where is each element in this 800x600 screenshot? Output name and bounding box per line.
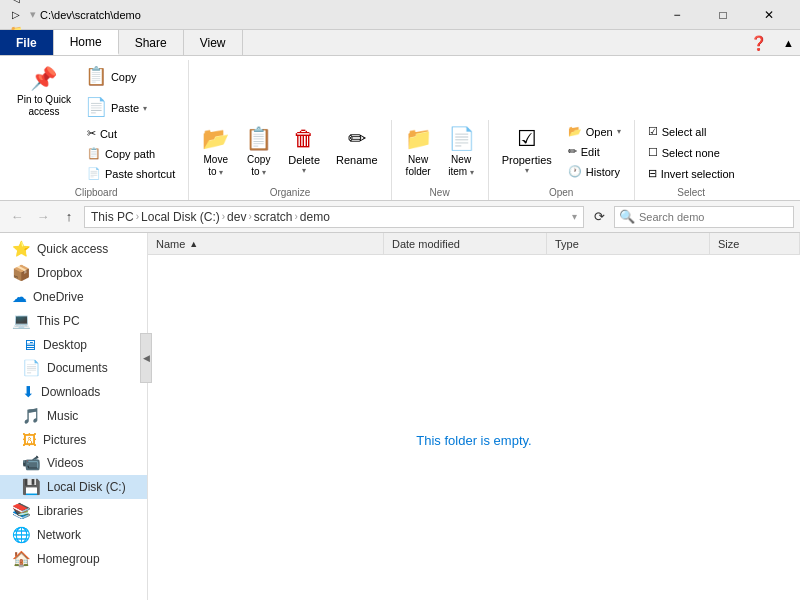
paste-button[interactable]: 📄 Paste ▾	[80, 93, 182, 123]
paste-shortcut-button[interactable]: 📄 Paste shortcut	[80, 164, 182, 183]
titlebar-controls: − □ ✕	[654, 0, 792, 30]
tab-share[interactable]: Share	[119, 30, 184, 55]
col-type-label: Type	[555, 238, 579, 250]
open-secondary: 📂 Open ▾ ✏ Edit 🕐 History	[561, 122, 628, 181]
cut-button[interactable]: ✂ Cut	[80, 124, 182, 143]
sidebar-item-label-libraries: Libraries	[37, 504, 139, 518]
sidebar-item-desktop[interactable]: 🖥 Desktop	[0, 333, 147, 356]
ribbon-collapse-button[interactable]: ▲	[777, 30, 800, 55]
scissors-icon: ✂	[87, 127, 96, 140]
back-button[interactable]: ←	[6, 206, 28, 228]
select-none-button[interactable]: ☐ Select none	[641, 143, 742, 162]
delete-label: Delete	[288, 154, 320, 166]
move-icon: 📂	[202, 126, 229, 152]
close-button[interactable]: ✕	[746, 0, 792, 30]
forward-button[interactable]: →	[32, 206, 54, 228]
new-folder-button[interactable]: 📁 Newfolder	[398, 122, 439, 182]
edit-icon: ✏	[568, 145, 577, 158]
titlebar: ◁ ▷ 📁 ▾ C:\dev\scratch\demo − □ ✕	[0, 0, 800, 30]
rename-label: Rename	[336, 154, 378, 166]
sidebar-item-label-downloads: Downloads	[41, 385, 139, 399]
new-folder-icon: 📁	[405, 126, 432, 152]
col-header-size[interactable]: Size	[710, 233, 800, 254]
breadcrumb[interactable]: This PC › Local Disk (C:) › dev › scratc…	[84, 206, 584, 228]
breadcrumb-part-demo[interactable]: demo	[300, 210, 330, 224]
sort-icon: ▲	[189, 239, 198, 249]
tab-home[interactable]: Home	[54, 30, 119, 55]
minimize-button[interactable]: −	[654, 0, 700, 30]
clipboard-secondary: 📋 Copy 📄 Paste ▾ ✂ Cut 📋 Copy path	[80, 62, 182, 183]
sidebar-item-quick-access[interactable]: ⭐ Quick access	[0, 237, 147, 261]
edit-button[interactable]: ✏ Edit	[561, 142, 628, 161]
invert-selection-button[interactable]: ⊟ Invert selection	[641, 164, 742, 183]
up-button[interactable]: ↑	[58, 206, 80, 228]
select-none-icon: ☐	[648, 146, 658, 159]
breadcrumb-part-thispc[interactable]: This PC	[91, 210, 134, 224]
col-header-name[interactable]: Name ▲	[148, 233, 384, 254]
new-item-button[interactable]: 📄 Newitem ▾	[441, 122, 482, 182]
sidebar-item-dropbox[interactable]: 📦 Dropbox	[0, 261, 147, 285]
pin-icon: 📌	[30, 66, 57, 92]
file-list: Name ▲ Date modified Type Size This fold…	[148, 233, 800, 600]
organize-label: Organize	[270, 183, 311, 200]
ribbon: 📌 Pin to Quickaccess 📋 Copy 📄 Paste ▾ ✂	[0, 56, 800, 201]
search-box[interactable]: 🔍	[614, 206, 794, 228]
pin-to-quick-access-button[interactable]: 📌 Pin to Quickaccess	[10, 62, 78, 122]
nav-forward-icon[interactable]: ▷	[8, 7, 24, 23]
sidebar-item-downloads[interactable]: ⬇ Downloads	[0, 380, 147, 404]
col-header-type[interactable]: Type	[547, 233, 710, 254]
desktop-icon: 🖥	[22, 336, 37, 353]
paste-icon: 📄	[85, 96, 107, 118]
edit-label: Edit	[581, 146, 600, 158]
history-button[interactable]: 🕐 History	[561, 162, 628, 181]
copy-button[interactable]: 📋 Copy	[80, 62, 182, 92]
sidebar-item-pictures[interactable]: 🖼 Pictures	[0, 428, 147, 451]
tab-file[interactable]: File	[0, 30, 54, 55]
sidebar-item-onedrive[interactable]: ☁ OneDrive	[0, 285, 147, 309]
breadcrumb-dropdown[interactable]: ▾	[572, 211, 577, 222]
sidebar-item-libraries[interactable]: 📚 Libraries	[0, 499, 147, 523]
history-label: History	[586, 166, 620, 178]
maximize-button[interactable]: □	[700, 0, 746, 30]
select-all-button[interactable]: ☑ Select all	[641, 122, 742, 141]
sidebar-item-label-videos: Videos	[47, 456, 139, 470]
documents-icon: 📄	[22, 359, 41, 377]
copy-path-icon: 📋	[87, 147, 101, 160]
new-buttons: 📁 Newfolder 📄 Newitem ▾	[398, 122, 482, 182]
quick-access-icon: ⭐	[12, 240, 31, 258]
delete-icon: 🗑	[293, 126, 315, 152]
empty-message: This folder is empty.	[416, 433, 531, 448]
sidebar-collapse-button[interactable]: ◀	[140, 333, 152, 383]
copy-path-button[interactable]: 📋 Copy path	[80, 144, 182, 163]
delete-button[interactable]: 🗑 Delete ▾	[281, 122, 327, 179]
sidebar-item-homegroup[interactable]: 🏠 Homegroup	[0, 547, 147, 571]
search-input[interactable]	[639, 211, 789, 223]
sidebar-item-music[interactable]: 🎵 Music	[0, 404, 147, 428]
breadcrumb-part-dev[interactable]: dev	[227, 210, 246, 224]
open-button[interactable]: 📂 Open ▾	[561, 122, 628, 141]
sidebar-item-local-disk[interactable]: 💾 Local Disk (C:)	[0, 475, 147, 499]
sidebar-item-label-local-disk: Local Disk (C:)	[47, 480, 139, 494]
breadcrumb-part-scratch[interactable]: scratch	[254, 210, 293, 224]
sidebar-item-network[interactable]: 🌐 Network	[0, 523, 147, 547]
properties-button[interactable]: ☑ Properties ▾	[495, 122, 559, 179]
sidebar-item-documents[interactable]: 📄 Documents	[0, 356, 147, 380]
tab-view[interactable]: View	[184, 30, 243, 55]
file-area: This folder is empty.	[148, 255, 800, 600]
sidebar-item-label-homegroup: Homegroup	[37, 552, 139, 566]
breadcrumb-part-localdisk[interactable]: Local Disk (C:)	[141, 210, 220, 224]
this-pc-icon: 💻	[12, 312, 31, 330]
col-header-date[interactable]: Date modified	[384, 233, 547, 254]
sidebar-item-videos[interactable]: 📹 Videos	[0, 451, 147, 475]
refresh-button[interactable]: ⟳	[588, 206, 610, 228]
move-to-button[interactable]: 📂 Moveto ▾	[195, 122, 236, 182]
col-date-label: Date modified	[392, 238, 460, 250]
new-item-label: Newitem ▾	[448, 154, 474, 178]
copy-to-button[interactable]: 📋 Copyto ▾	[238, 122, 279, 182]
rename-button[interactable]: ✏ Rename	[329, 122, 385, 170]
downloads-icon: ⬇	[22, 383, 35, 401]
search-icon: 🔍	[619, 209, 635, 224]
help-button[interactable]: ❓	[740, 30, 777, 55]
music-icon: 🎵	[22, 407, 41, 425]
sidebar-item-this-pc[interactable]: 💻 This PC	[0, 309, 147, 333]
